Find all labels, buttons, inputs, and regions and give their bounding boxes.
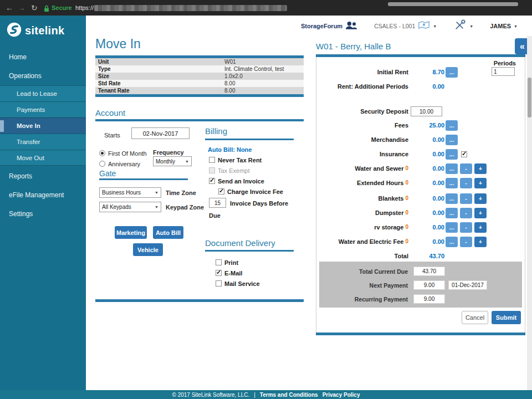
decrement-button[interactable]: - — [460, 178, 472, 188]
anniversary-label: Anniversary — [108, 161, 140, 167]
edit-dots-button[interactable]: ... — [446, 67, 458, 78]
sidebar-item-transfer[interactable]: Transfer — [0, 134, 86, 150]
edit-dots-button[interactable]: ... — [446, 208, 458, 218]
auto-bill-button[interactable]: Auto Bill — [153, 226, 183, 239]
email-label: E-Mail — [224, 270, 242, 277]
edit-dots-button[interactable]: ... — [446, 149, 458, 160]
decrement-button[interactable]: - — [460, 222, 472, 233]
edit-dots-button[interactable]: ... — [446, 193, 458, 204]
charges-panel-title: W01 - Berry, Halle B — [316, 42, 391, 51]
edit-dots-button[interactable]: ... — [446, 237, 458, 247]
sidebar-item-efile-management[interactable]: eFile Management — [0, 187, 86, 203]
keypad-zone-select[interactable]: All Keypads ▼ — [99, 202, 161, 212]
unit-table: UnitW01 TypeInt. Climate Control, test S… — [95, 55, 304, 97]
payment-summary: Total Current Due 43.70 Next Payment 9.0… — [319, 262, 522, 308]
decrement-button[interactable]: - — [460, 208, 472, 218]
insurance-value: 0.00 — [413, 151, 444, 157]
browser-chrome: ← → ↻ Secure https:// — [0, 0, 532, 16]
forward-icon[interactable]: → — [18, 3, 25, 13]
increment-button[interactable]: + — [474, 222, 487, 233]
never-tax-rent-checkbox[interactable] — [209, 157, 215, 163]
merchandise-value: 0.00 — [413, 136, 444, 143]
document-delivery-divider — [205, 250, 294, 252]
never-tax-rent-label: Never Tax Rent — [218, 157, 262, 163]
charge-row: Dumpster0 0.00 ... - + — [316, 208, 525, 218]
back-icon[interactable]: ← — [6, 3, 13, 13]
tools-menu[interactable]: ▼ — [453, 19, 473, 33]
increment-button[interactable]: + — [474, 178, 487, 188]
privacy-link[interactable]: Privacy Policy — [323, 392, 360, 398]
edit-dots-button[interactable]: ... — [446, 178, 458, 188]
decrement-button[interactable]: - — [460, 163, 472, 174]
increment-button[interactable]: + — [474, 163, 487, 174]
site-selector[interactable]: CSALES - L001 ▼ — [374, 21, 437, 32]
scrollbar-thumb[interactable] — [528, 78, 531, 117]
edit-dots-button[interactable]: ... — [446, 222, 458, 233]
charge-row: Extended Hours0 0.00 ... - + — [316, 178, 525, 188]
blankets-value: 0.00 — [413, 195, 444, 202]
decrement-button[interactable]: - — [460, 237, 472, 247]
send-invoice-label: Send an Invoice — [218, 178, 264, 185]
total-label: Total — [395, 253, 408, 259]
increment-button[interactable]: + — [474, 193, 487, 204]
charge-row: rv storage0 0.00 ... - + — [316, 222, 525, 233]
sidebar-item-lead-to-lease[interactable]: Lead to Lease — [0, 85, 86, 101]
frequency-select[interactable]: Monthly ▼ — [153, 156, 192, 166]
size-value: 1.0x2.0 — [224, 73, 243, 79]
time-zone-value: Business Hours — [102, 190, 141, 196]
edit-dots-button[interactable]: ... — [446, 120, 458, 131]
url-blurred[interactable] — [94, 5, 287, 11]
sidebar-item-reports[interactable]: Reports — [0, 168, 86, 185]
sidebar-item-payments[interactable]: Payments — [0, 101, 86, 117]
user-menu[interactable]: JAMES ▼ — [490, 23, 518, 29]
marketing-button[interactable]: Marketing — [115, 226, 147, 239]
sidebar-item-home[interactable]: Home — [0, 49, 86, 65]
insurance-checkbox[interactable] — [461, 151, 467, 157]
summary-row: Recurring Payment 9.00 — [319, 294, 522, 304]
increment-button[interactable]: + — [474, 208, 487, 218]
submit-button[interactable]: Submit — [492, 311, 521, 324]
initial-rent-label: Initial Rent — [377, 69, 408, 75]
insurance-label: Insurance — [380, 151, 408, 157]
email-checkbox[interactable] — [216, 270, 222, 276]
refresh-icon[interactable]: ↻ — [31, 3, 38, 13]
security-deposit-input[interactable] — [411, 106, 442, 116]
cancel-button[interactable]: Cancel — [462, 311, 488, 324]
sitelink-logo[interactable]: sitelink — [7, 22, 64, 39]
keypad-zone-label: Keypad Zone — [166, 204, 204, 211]
time-zone-select[interactable]: Business Hours ▼ — [99, 187, 161, 198]
starts-date-input[interactable] — [131, 127, 190, 139]
table-row: Size1.0x2.0 — [95, 73, 304, 80]
table-row: Tenant Rate8.00 — [95, 87, 304, 94]
mail-service-checkbox[interactable] — [216, 280, 222, 287]
sidebar-item-settings[interactable]: Settings — [0, 206, 86, 222]
account-divider — [95, 119, 304, 121]
edit-dots-button[interactable]: ... — [446, 135, 458, 145]
terms-link[interactable]: Terms and Conditions — [260, 392, 318, 398]
recurring-payment-value: 9.00 — [413, 294, 445, 304]
send-invoice-checkbox[interactable] — [209, 178, 215, 184]
billing-heading: Billing — [205, 126, 227, 136]
print-checkbox[interactable] — [216, 259, 222, 265]
charge-invoice-fee-checkbox[interactable] — [218, 188, 224, 195]
first-of-month-radio[interactable] — [99, 150, 105, 156]
extended-hours-value: 0.00 — [413, 180, 444, 186]
std-rate-label: Std Rate — [95, 80, 224, 86]
invoice-days-input[interactable] — [209, 198, 226, 208]
storage-forum-link[interactable]: StorageForum — [301, 21, 357, 32]
url-protocol[interactable]: https:// — [75, 4, 94, 11]
anniversary-radio[interactable] — [99, 161, 105, 167]
summary-row: Next Payment 9.00 01-Dec-2017 — [319, 280, 522, 290]
logo-text: sitelink — [25, 24, 64, 37]
increment-button[interactable]: + — [474, 237, 487, 247]
water-sewer-label: Water and Sewer — [355, 165, 403, 172]
logo-icon — [7, 22, 22, 39]
edit-dots-button[interactable]: ... — [446, 163, 458, 174]
quantity-badge: 0 — [405, 195, 408, 202]
charges-card: Periods Initial Rent 8.70 ... Rent: Addi… — [316, 57, 525, 332]
sidebar-item-move-out[interactable]: Move Out — [0, 150, 86, 166]
sidebar-item-operations[interactable]: Operations — [0, 68, 86, 84]
vehicle-button[interactable]: Vehicle — [133, 243, 163, 256]
sidebar-item-move-in[interactable]: Move In — [0, 117, 86, 134]
decrement-button[interactable]: - — [460, 193, 472, 204]
